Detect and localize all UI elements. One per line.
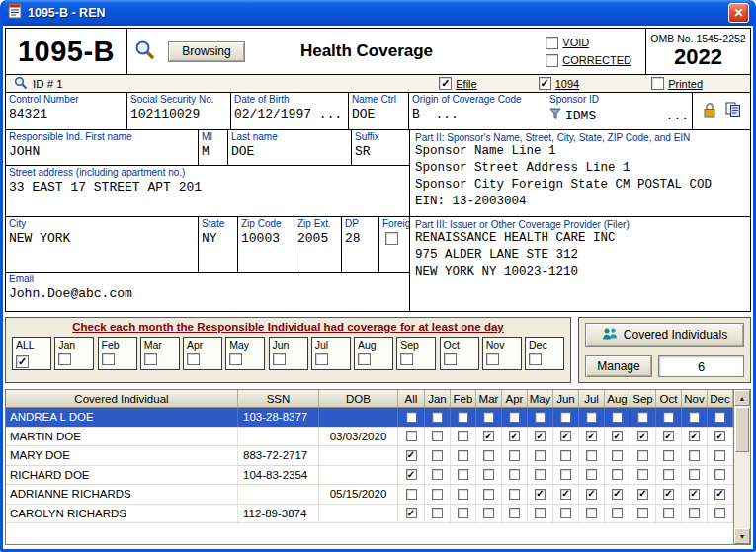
row-month-checkbox[interactable]: ✓ [483,412,494,423]
row-month-checkbox[interactable] [612,469,623,480]
suffix-field[interactable]: Suffix SR [352,130,409,165]
zip-field[interactable]: Zip Code 10003 [238,217,294,272]
row-month-checkbox[interactable] [560,450,571,461]
scroll-down-button[interactable]: ▼ [734,528,750,544]
row-month-checkbox[interactable] [535,469,546,480]
month-checkbox-aug[interactable] [358,353,371,365]
col-header-dec[interactable]: Dec [708,390,733,408]
row-month-checkbox[interactable] [663,508,674,518]
row-month-checkbox[interactable]: ✓ [535,431,546,441]
col-header-jun[interactable]: Jun [553,390,579,408]
street-address-field[interactable]: Street address (including apartment no.)… [6,166,409,216]
row-month-checkbox[interactable] [535,508,546,518]
row-month-checkbox[interactable] [637,450,648,461]
row-month-checkbox[interactable]: ✓ [689,489,700,500]
row-month-checkbox[interactable]: ✓ [406,450,417,461]
month-checkbox-feb[interactable] [102,353,115,365]
row-month-checkbox[interactable]: ✓ [560,412,571,423]
col-header-apr[interactable]: Apr [502,390,528,408]
void-row[interactable]: VOID [546,37,631,49]
efile-checkbox[interactable]: ✓ [439,77,452,90]
sponsor-id-field[interactable]: Sponsor ID IDMS ... [546,93,693,129]
row-month-checkbox[interactable] [714,450,725,461]
row-month-checkbox[interactable] [560,469,571,480]
sponsor-more-button[interactable]: ... [666,109,689,123]
row-month-checkbox[interactable] [637,508,648,518]
row-month-checkbox[interactable] [432,431,443,441]
scrollbar-thumb[interactable] [735,407,749,452]
row-month-checkbox[interactable]: ✓ [612,412,623,423]
row-month-checkbox[interactable]: ✓ [586,431,597,441]
row-month-checkbox[interactable]: ✓ [663,412,674,423]
printed-checkbox[interactable] [651,77,664,90]
corrected-row[interactable]: CORRECTED [546,54,631,67]
first-name-field[interactable]: Responsible Ind. First name JOHN [6,130,199,165]
title-bar[interactable]: 1095-B - REN ✕ [3,0,753,26]
table-row[interactable]: MARY DOE883-72-2717✓ [6,446,733,466]
col-header-may[interactable]: May [528,390,553,408]
row-month-checkbox[interactable] [458,431,468,441]
col-header-jul[interactable]: Jul [579,390,605,408]
row-month-checkbox[interactable]: ✓ [483,431,494,441]
1094-row[interactable]: ✓ 1094 [539,77,579,90]
row-month-checkbox[interactable]: ✓ [406,412,417,423]
covered-individuals-button[interactable]: Covered Individuals [585,323,744,347]
table-row[interactable]: ADRIANNE RICHARDS05/15/2020✓✓✓✓✓✓✓✓ [6,485,733,505]
table-row[interactable]: CAROLYN RICHARDS112-89-3874✓ [6,505,733,524]
lock-icon[interactable] [703,102,716,121]
row-month-checkbox[interactable]: ✓ [714,412,725,423]
row-month-checkbox[interactable] [458,508,468,518]
row-month-checkbox[interactable]: ✓ [406,469,417,480]
row-month-checkbox[interactable] [432,450,443,461]
col-header-covered-individual[interactable]: Covered Individual [6,390,238,408]
col-header-oct[interactable]: Oct [656,390,682,408]
row-month-checkbox[interactable] [432,489,443,500]
state-field[interactable]: State NY [199,217,238,272]
row-month-checkbox[interactable] [586,508,597,518]
row-month-checkbox[interactable]: ✓ [637,431,648,441]
row-month-checkbox[interactable] [458,412,468,423]
row-month-checkbox[interactable] [612,450,623,461]
row-month-checkbox[interactable] [509,508,520,518]
row-month-checkbox[interactable] [689,450,700,461]
row-month-checkbox[interactable]: ✓ [714,431,725,441]
col-header-mar[interactable]: Mar [476,390,502,408]
name-ctrl-field[interactable]: Name Ctrl DOE [349,93,409,129]
row-month-checkbox[interactable] [509,489,520,500]
month-checkbox-all[interactable]: ✓ [16,355,29,368]
col-header-ssn[interactable]: SSN [238,390,319,408]
origin-coverage-field[interactable]: Origin of Coverage Code B ... [409,93,546,129]
row-month-checkbox[interactable] [509,469,520,480]
row-month-checkbox[interactable]: ✓ [689,412,700,423]
row-month-checkbox[interactable] [483,489,494,500]
manage-button[interactable]: Manage [585,355,652,377]
row-month-checkbox[interactable]: ✓ [560,431,571,441]
row-month-checkbox[interactable] [535,450,546,461]
col-header-aug[interactable]: Aug [605,390,630,408]
row-month-checkbox[interactable]: ✓ [612,431,623,441]
scroll-up-button[interactable]: ▲ [734,390,750,406]
row-month-checkbox[interactable]: ✓ [663,431,674,441]
row-month-checkbox[interactable] [432,469,443,480]
corrected-checkbox[interactable] [546,54,558,67]
row-month-checkbox[interactable] [458,489,468,500]
month-checkbox-may[interactable] [229,353,242,365]
row-month-checkbox[interactable] [432,508,443,518]
dob-field[interactable]: Date of Birth 02/12/1997 ... [231,93,349,129]
efile-row[interactable]: ✓ Efile [439,77,476,90]
row-month-checkbox[interactable]: ✓ [509,412,520,423]
row-month-checkbox[interactable] [612,508,623,518]
dob-more-button[interactable]: ... [319,107,342,121]
row-month-checkbox[interactable] [689,469,700,480]
row-month-checkbox[interactable] [483,508,494,518]
month-checkbox-sep[interactable] [400,353,413,365]
row-month-checkbox[interactable] [586,450,597,461]
row-month-checkbox[interactable] [458,469,468,480]
origin-more-button[interactable]: ... [435,107,458,121]
col-header-all[interactable]: All [398,390,425,408]
row-month-checkbox[interactable]: ✓ [714,489,725,500]
row-month-checkbox[interactable] [560,508,571,518]
row-month-checkbox[interactable]: ✓ [586,412,597,423]
row-month-checkbox[interactable]: ✓ [663,489,674,500]
row-month-checkbox[interactable]: ✓ [586,489,597,500]
